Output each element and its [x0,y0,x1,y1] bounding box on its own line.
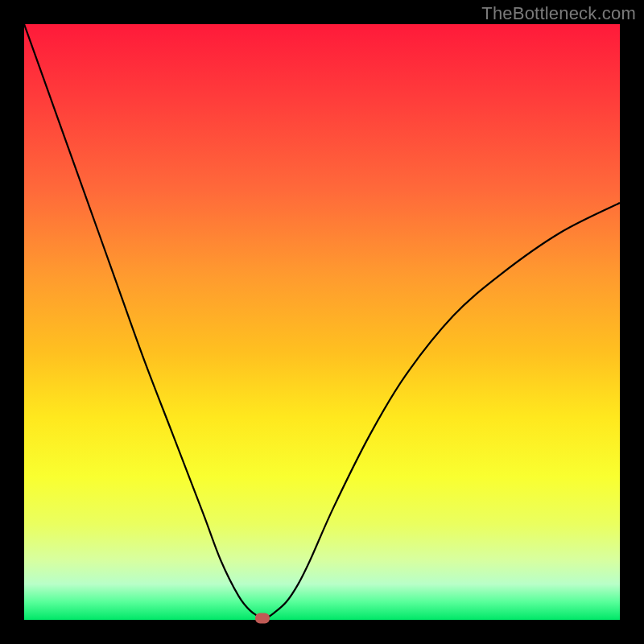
plot-area [24,24,620,620]
minimum-marker [255,613,270,623]
chart-frame: TheBottleneck.com [0,0,644,644]
curve-svg [24,24,620,620]
bottleneck-curve [24,24,620,618]
watermark-text: TheBottleneck.com [481,3,636,24]
